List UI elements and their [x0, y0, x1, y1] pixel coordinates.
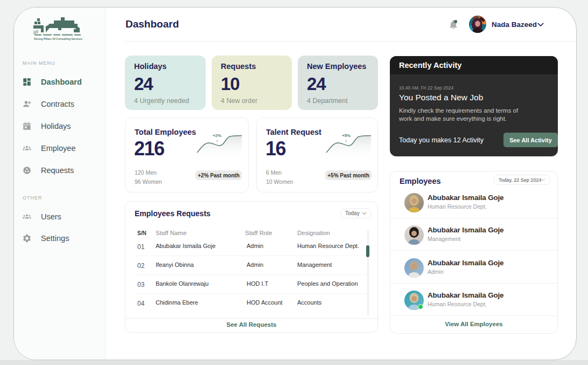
svg-text:↑: ↑: [345, 139, 348, 144]
svg-text:↑: ↑: [216, 139, 219, 144]
svg-text:+2%: +2%: [213, 133, 221, 138]
svg-text:Strong Pillars Of Consulting S: Strong Pillars Of Consulting Services: [34, 37, 82, 40]
svg-text:+5%: +5%: [342, 133, 351, 138]
